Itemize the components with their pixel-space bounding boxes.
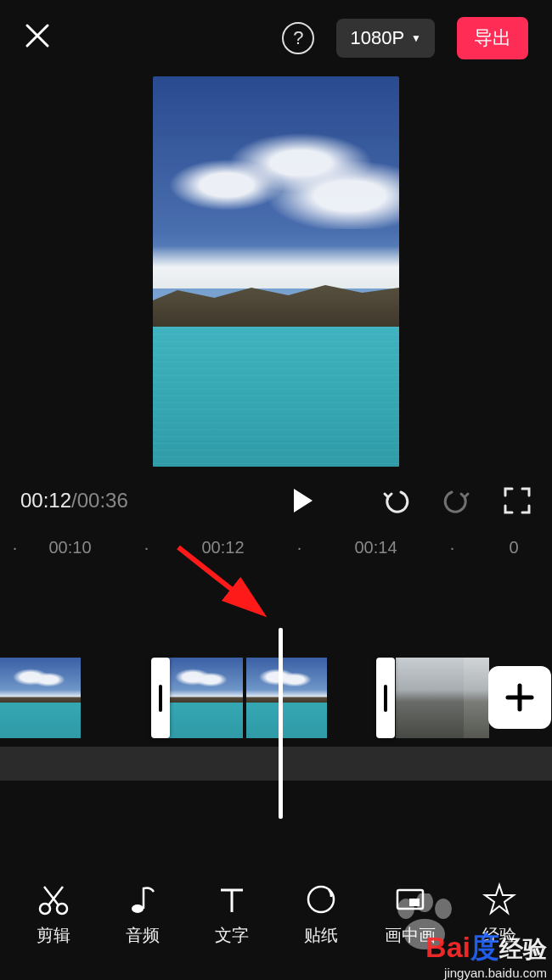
tool-text[interactable]: 文字: [187, 882, 276, 947]
tool-audio[interactable]: 音频: [98, 882, 187, 947]
svg-point-8: [397, 899, 414, 919]
clip-3[interactable]: [396, 658, 464, 738]
resolution-selector[interactable]: 1080P ▼: [336, 19, 435, 58]
text-icon: [214, 882, 250, 917]
timeline[interactable]: [0, 573, 552, 861]
playhead[interactable]: [279, 628, 283, 819]
clip-handle-2[interactable]: [376, 658, 395, 738]
music-note-icon: [125, 882, 161, 917]
fullscreen-button[interactable]: [503, 486, 532, 515]
clip-1[interactable]: [0, 658, 162, 738]
clip-4[interactable]: [464, 658, 489, 738]
clip-handle-1[interactable]: [151, 658, 170, 738]
preview-cloudsheet: [153, 246, 399, 288]
handle-bar-icon: [159, 685, 162, 712]
close-button[interactable]: [24, 20, 51, 57]
undo-button[interactable]: [380, 485, 411, 516]
sticker-icon: [303, 882, 339, 917]
export-button[interactable]: 导出: [457, 17, 528, 59]
preview-water: [153, 327, 399, 467]
scissors-icon: [36, 882, 71, 917]
star-icon: [482, 882, 517, 917]
preview-clouds: [153, 119, 399, 229]
svg-point-10: [435, 899, 452, 919]
help-icon[interactable]: ?: [282, 22, 314, 54]
svg-point-9: [416, 893, 433, 912]
add-clip-button[interactable]: [488, 666, 551, 729]
timeline-ruler: · 00:10 · 00:12 · 00:14 · 0: [0, 526, 552, 564]
play-icon: [294, 489, 313, 512]
tool-edit[interactable]: 剪辑: [8, 882, 98, 947]
svg-point-4: [132, 904, 144, 913]
redo-button[interactable]: [442, 485, 472, 516]
play-button[interactable]: [290, 489, 313, 512]
plus-icon: [503, 680, 537, 714]
tool-sticker[interactable]: 贴纸: [276, 882, 365, 947]
time-display: 00:12/00:36: [20, 489, 128, 512]
handle-bar-icon: [384, 685, 387, 712]
baidu-watermark: Bai度经验 jingyan.baidu.com: [425, 928, 547, 980]
chevron-down-icon: ▼: [411, 32, 421, 44]
video-preview[interactable]: [153, 76, 399, 467]
resolution-label: 1080P: [350, 27, 404, 49]
video-track[interactable]: [0, 658, 552, 738]
audio-track-strip[interactable]: [0, 747, 552, 781]
